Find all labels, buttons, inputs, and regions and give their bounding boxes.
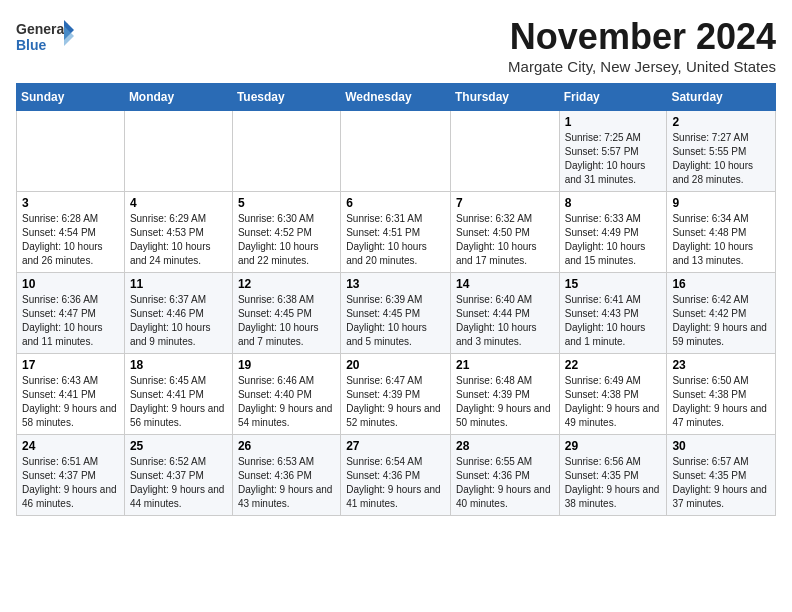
day-number: 27 xyxy=(346,439,445,453)
calendar-cell xyxy=(124,111,232,192)
calendar-cell xyxy=(341,111,451,192)
calendar-cell: 16Sunrise: 6:42 AM Sunset: 4:42 PM Dayli… xyxy=(667,273,776,354)
day-info: Sunrise: 6:40 AM Sunset: 4:44 PM Dayligh… xyxy=(456,293,554,349)
day-number: 26 xyxy=(238,439,335,453)
calendar-cell: 20Sunrise: 6:47 AM Sunset: 4:39 PM Dayli… xyxy=(341,354,451,435)
day-number: 21 xyxy=(456,358,554,372)
day-number: 6 xyxy=(346,196,445,210)
day-info: Sunrise: 6:30 AM Sunset: 4:52 PM Dayligh… xyxy=(238,212,335,268)
weekday-header-row: SundayMondayTuesdayWednesdayThursdayFrid… xyxy=(17,84,776,111)
day-number: 2 xyxy=(672,115,770,129)
logo-icon: General Blue xyxy=(16,16,76,66)
day-number: 7 xyxy=(456,196,554,210)
calendar-week-row: 17Sunrise: 6:43 AM Sunset: 4:41 PM Dayli… xyxy=(17,354,776,435)
weekday-header: Wednesday xyxy=(341,84,451,111)
calendar-cell: 17Sunrise: 6:43 AM Sunset: 4:41 PM Dayli… xyxy=(17,354,125,435)
calendar-table: SundayMondayTuesdayWednesdayThursdayFrid… xyxy=(16,83,776,516)
calendar-cell: 7Sunrise: 6:32 AM Sunset: 4:50 PM Daylig… xyxy=(450,192,559,273)
day-info: Sunrise: 6:43 AM Sunset: 4:41 PM Dayligh… xyxy=(22,374,119,430)
day-number: 20 xyxy=(346,358,445,372)
day-number: 28 xyxy=(456,439,554,453)
calendar-cell xyxy=(17,111,125,192)
day-number: 22 xyxy=(565,358,662,372)
day-info: Sunrise: 6:39 AM Sunset: 4:45 PM Dayligh… xyxy=(346,293,445,349)
calendar-week-row: 10Sunrise: 6:36 AM Sunset: 4:47 PM Dayli… xyxy=(17,273,776,354)
day-info: Sunrise: 6:50 AM Sunset: 4:38 PM Dayligh… xyxy=(672,374,770,430)
calendar-cell: 22Sunrise: 6:49 AM Sunset: 4:38 PM Dayli… xyxy=(559,354,667,435)
day-number: 24 xyxy=(22,439,119,453)
calendar-cell: 5Sunrise: 6:30 AM Sunset: 4:52 PM Daylig… xyxy=(232,192,340,273)
calendar-cell: 19Sunrise: 6:46 AM Sunset: 4:40 PM Dayli… xyxy=(232,354,340,435)
calendar-cell xyxy=(232,111,340,192)
day-info: Sunrise: 6:53 AM Sunset: 4:36 PM Dayligh… xyxy=(238,455,335,511)
calendar-cell: 25Sunrise: 6:52 AM Sunset: 4:37 PM Dayli… xyxy=(124,435,232,516)
day-info: Sunrise: 6:29 AM Sunset: 4:53 PM Dayligh… xyxy=(130,212,227,268)
day-number: 19 xyxy=(238,358,335,372)
day-number: 18 xyxy=(130,358,227,372)
calendar-cell: 26Sunrise: 6:53 AM Sunset: 4:36 PM Dayli… xyxy=(232,435,340,516)
day-info: Sunrise: 6:28 AM Sunset: 4:54 PM Dayligh… xyxy=(22,212,119,268)
day-info: Sunrise: 7:25 AM Sunset: 5:57 PM Dayligh… xyxy=(565,131,662,187)
calendar-cell: 21Sunrise: 6:48 AM Sunset: 4:39 PM Dayli… xyxy=(450,354,559,435)
calendar-cell: 18Sunrise: 6:45 AM Sunset: 4:41 PM Dayli… xyxy=(124,354,232,435)
weekday-header: Sunday xyxy=(17,84,125,111)
svg-text:General: General xyxy=(16,21,68,37)
day-info: Sunrise: 6:34 AM Sunset: 4:48 PM Dayligh… xyxy=(672,212,770,268)
day-info: Sunrise: 6:46 AM Sunset: 4:40 PM Dayligh… xyxy=(238,374,335,430)
weekday-header: Saturday xyxy=(667,84,776,111)
calendar-cell: 1Sunrise: 7:25 AM Sunset: 5:57 PM Daylig… xyxy=(559,111,667,192)
location-subtitle: Margate City, New Jersey, United States xyxy=(508,58,776,75)
day-number: 8 xyxy=(565,196,662,210)
day-info: Sunrise: 6:54 AM Sunset: 4:36 PM Dayligh… xyxy=(346,455,445,511)
day-number: 15 xyxy=(565,277,662,291)
day-number: 16 xyxy=(672,277,770,291)
header: General Blue November 2024 Margate City,… xyxy=(16,16,776,75)
calendar-cell: 2Sunrise: 7:27 AM Sunset: 5:55 PM Daylig… xyxy=(667,111,776,192)
day-info: Sunrise: 6:45 AM Sunset: 4:41 PM Dayligh… xyxy=(130,374,227,430)
day-number: 1 xyxy=(565,115,662,129)
calendar-cell: 10Sunrise: 6:36 AM Sunset: 4:47 PM Dayli… xyxy=(17,273,125,354)
calendar-week-row: 3Sunrise: 6:28 AM Sunset: 4:54 PM Daylig… xyxy=(17,192,776,273)
calendar-cell: 6Sunrise: 6:31 AM Sunset: 4:51 PM Daylig… xyxy=(341,192,451,273)
day-number: 4 xyxy=(130,196,227,210)
weekday-header: Thursday xyxy=(450,84,559,111)
calendar-cell: 3Sunrise: 6:28 AM Sunset: 4:54 PM Daylig… xyxy=(17,192,125,273)
calendar-week-row: 24Sunrise: 6:51 AM Sunset: 4:37 PM Dayli… xyxy=(17,435,776,516)
calendar-cell xyxy=(450,111,559,192)
day-info: Sunrise: 6:36 AM Sunset: 4:47 PM Dayligh… xyxy=(22,293,119,349)
day-info: Sunrise: 6:41 AM Sunset: 4:43 PM Dayligh… xyxy=(565,293,662,349)
calendar-cell: 29Sunrise: 6:56 AM Sunset: 4:35 PM Dayli… xyxy=(559,435,667,516)
day-info: Sunrise: 6:32 AM Sunset: 4:50 PM Dayligh… xyxy=(456,212,554,268)
day-info: Sunrise: 6:42 AM Sunset: 4:42 PM Dayligh… xyxy=(672,293,770,349)
day-info: Sunrise: 6:38 AM Sunset: 4:45 PM Dayligh… xyxy=(238,293,335,349)
day-info: Sunrise: 6:56 AM Sunset: 4:35 PM Dayligh… xyxy=(565,455,662,511)
day-number: 10 xyxy=(22,277,119,291)
day-info: Sunrise: 7:27 AM Sunset: 5:55 PM Dayligh… xyxy=(672,131,770,187)
day-info: Sunrise: 6:37 AM Sunset: 4:46 PM Dayligh… xyxy=(130,293,227,349)
day-info: Sunrise: 6:57 AM Sunset: 4:35 PM Dayligh… xyxy=(672,455,770,511)
day-info: Sunrise: 6:31 AM Sunset: 4:51 PM Dayligh… xyxy=(346,212,445,268)
day-number: 14 xyxy=(456,277,554,291)
calendar-cell: 14Sunrise: 6:40 AM Sunset: 4:44 PM Dayli… xyxy=(450,273,559,354)
day-number: 12 xyxy=(238,277,335,291)
svg-text:Blue: Blue xyxy=(16,37,47,53)
day-info: Sunrise: 6:47 AM Sunset: 4:39 PM Dayligh… xyxy=(346,374,445,430)
calendar-cell: 23Sunrise: 6:50 AM Sunset: 4:38 PM Dayli… xyxy=(667,354,776,435)
title-area: November 2024 Margate City, New Jersey, … xyxy=(508,16,776,75)
day-info: Sunrise: 6:52 AM Sunset: 4:37 PM Dayligh… xyxy=(130,455,227,511)
day-number: 17 xyxy=(22,358,119,372)
calendar-cell: 8Sunrise: 6:33 AM Sunset: 4:49 PM Daylig… xyxy=(559,192,667,273)
calendar-cell: 30Sunrise: 6:57 AM Sunset: 4:35 PM Dayli… xyxy=(667,435,776,516)
day-number: 29 xyxy=(565,439,662,453)
calendar-cell: 13Sunrise: 6:39 AM Sunset: 4:45 PM Dayli… xyxy=(341,273,451,354)
calendar-cell: 24Sunrise: 6:51 AM Sunset: 4:37 PM Dayli… xyxy=(17,435,125,516)
day-info: Sunrise: 6:33 AM Sunset: 4:49 PM Dayligh… xyxy=(565,212,662,268)
calendar-cell: 11Sunrise: 6:37 AM Sunset: 4:46 PM Dayli… xyxy=(124,273,232,354)
weekday-header: Friday xyxy=(559,84,667,111)
day-number: 30 xyxy=(672,439,770,453)
day-number: 23 xyxy=(672,358,770,372)
logo: General Blue xyxy=(16,16,76,66)
day-info: Sunrise: 6:51 AM Sunset: 4:37 PM Dayligh… xyxy=(22,455,119,511)
calendar-cell: 4Sunrise: 6:29 AM Sunset: 4:53 PM Daylig… xyxy=(124,192,232,273)
calendar-week-row: 1Sunrise: 7:25 AM Sunset: 5:57 PM Daylig… xyxy=(17,111,776,192)
